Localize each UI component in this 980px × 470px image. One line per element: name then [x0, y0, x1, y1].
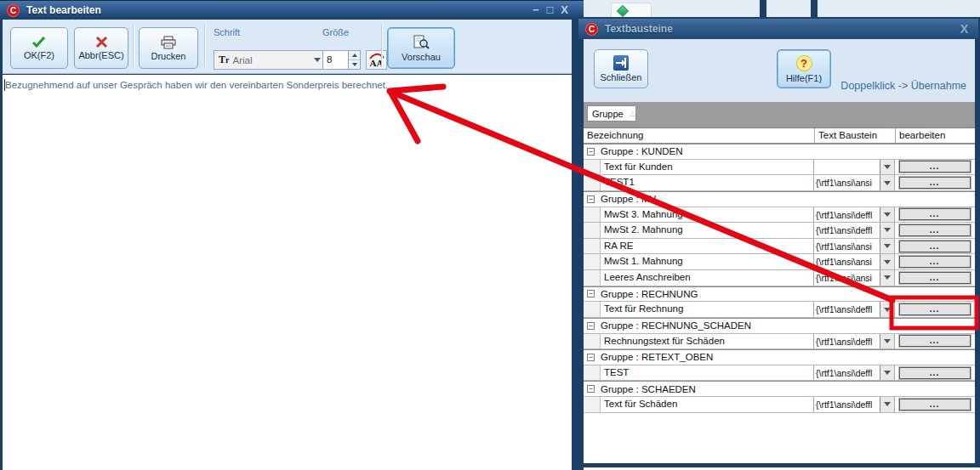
dropdown-button[interactable]: [880, 365, 894, 381]
table-row[interactable]: TEST1{\rtf1\ansi\ansi...: [584, 175, 975, 191]
titlebar[interactable]: C Text bearbeiten − □ X: [0, 0, 584, 20]
rtf-value: {\rtf1\ansi\deffl: [814, 207, 880, 223]
dropdown-button[interactable]: [880, 397, 894, 412]
text-editor[interactable]: Bezugnehmend auf unser Gespräch haben wi…: [3, 75, 572, 470]
table-row-group[interactable]: −Gruppe : KUNDEN: [584, 144, 975, 160]
chevron-down-icon: [884, 165, 891, 169]
table-row[interactable]: Text für Schäden{\rtf1\ansi\deffl...: [584, 397, 975, 413]
font-label: Schrift: [214, 27, 240, 37]
rtf-value: {\rtf1\ansi\ansi: [814, 239, 880, 254]
edit-cell: ...: [895, 160, 974, 175]
table-row[interactable]: RA RE{\rtf1\ansi\ansi...: [584, 239, 975, 255]
spin-down-button[interactable]: [349, 60, 360, 69]
background-divider: [811, 0, 818, 19]
titlebar[interactable]: C Textbausteine X: [578, 19, 978, 39]
rtf-dropdown[interactable]: {\rtf1\ansi\deffl: [814, 207, 895, 223]
rtf-value: {\rtf1\ansi\deffl: [814, 223, 880, 238]
collapse-icon[interactable]: −: [587, 354, 595, 361]
dropdown-button[interactable]: [880, 239, 894, 254]
maximize-button[interactable]: □: [546, 3, 553, 17]
rtf-dropdown[interactable]: {\rtf1\ansi\deffl: [814, 223, 895, 238]
rtf-dropdown[interactable]: {\rtf1\ansi\ansi: [814, 239, 895, 254]
collapse-icon[interactable]: −: [587, 195, 595, 203]
edit-ellipsis-button[interactable]: ...: [899, 335, 971, 347]
dropdown-button[interactable]: [880, 254, 894, 269]
font-value: Arial: [232, 55, 314, 65]
dropdown-button[interactable]: [880, 160, 894, 175]
table-row-group[interactable]: −Gruppe : SCHAEDEN: [584, 381, 975, 397]
group-label: Gruppe : KUNDEN: [601, 146, 683, 156]
col-header-bearbeiten[interactable]: bearbeiten: [896, 128, 975, 143]
preview-button[interactable]: Vorschau: [387, 27, 455, 69]
table-row[interactable]: Rechnungstext für Schäden{\rtf1\ansi\def…: [584, 334, 975, 350]
edit-ellipsis-button[interactable]: ...: [899, 303, 971, 315]
table-row-group[interactable]: −Gruppe : RETEXT_OBEN: [584, 349, 975, 365]
close-panel-button[interactable]: Schließen: [594, 49, 648, 88]
group-column-chip[interactable]: Gruppe △: [587, 105, 636, 122]
rtf-dropdown[interactable]: {\rtf1\ansi\deffl: [814, 397, 895, 412]
table-row[interactable]: Text für Kunden...: [584, 160, 975, 176]
edit-ellipsis-button[interactable]: ...: [899, 177, 971, 189]
rtf-dropdown[interactable]: {\rtf1\ansi\ansi: [814, 175, 895, 190]
chevron-down-icon: [884, 371, 891, 375]
edit-ellipsis-button[interactable]: ...: [899, 272, 971, 284]
table-row[interactable]: MwSt 2. Mahnung{\rtf1\ansi\deffl...: [584, 223, 975, 239]
edit-ellipsis-button[interactable]: ...: [899, 208, 971, 220]
edit-ellipsis-button[interactable]: ...: [899, 161, 971, 173]
edit-cell: ...: [895, 207, 974, 223]
rtf-dropdown[interactable]: {\rtf1\ansi\ansi: [814, 270, 895, 286]
dropdown-button[interactable]: [880, 302, 894, 317]
table-row-group[interactable]: −Gruppe : RECHNUNG: [584, 286, 975, 303]
edit-ellipsis-button[interactable]: ...: [899, 399, 971, 411]
close-button[interactable]: X: [561, 3, 568, 17]
dropdown-button[interactable]: [880, 175, 894, 190]
row-indent: [584, 270, 601, 286]
minimize-button[interactable]: −: [533, 3, 539, 17]
preview-magnifier-icon: [413, 35, 430, 50]
col-header-bezeichnung[interactable]: Bezeichnung: [584, 128, 815, 143]
rtf-dropdown[interactable]: {\rtf1\ansi\deffl: [814, 365, 895, 381]
print-button[interactable]: Drucken: [139, 27, 198, 69]
edit-ellipsis-button[interactable]: ...: [899, 224, 971, 236]
edit-ellipsis-button[interactable]: ...: [899, 241, 971, 252]
size-stepper[interactable]: 8: [322, 50, 361, 70]
spin-up-button[interactable]: [349, 51, 360, 60]
collapse-icon[interactable]: −: [587, 290, 595, 297]
table-row[interactable]: Leeres Anschreiben{\rtf1\ansi\ansi...: [584, 270, 975, 286]
help-question-icon: ?: [796, 55, 812, 71]
dropdown-button[interactable]: [880, 334, 894, 349]
edit-ellipsis-button[interactable]: ...: [899, 367, 971, 379]
size-label: Größe: [322, 27, 349, 37]
dropdown-button[interactable]: [880, 223, 894, 238]
rtf-value: {\rtf1\ansi\ansi: [814, 175, 880, 190]
rtf-dropdown[interactable]: {\rtf1\ansi\ansi: [814, 254, 895, 269]
table-row[interactable]: TEST{\rtf1\ansi\deffl...: [584, 365, 975, 382]
table-row[interactable]: Text für Rechnung{\rtf1\ansi\deffl...: [584, 302, 975, 318]
table-row[interactable]: MwSt 1. Mahnung{\rtf1\ansi\ansi...: [584, 254, 975, 270]
cancel-button[interactable]: Abbr(ESC): [74, 27, 128, 69]
table-row[interactable]: MwSt 3. Mahnung{\rtf1\ansi\deffl...: [584, 207, 975, 224]
x-icon: [95, 36, 108, 48]
table-header: Bezeichnung Text Baustein bearbeiten: [584, 128, 975, 144]
close-button[interactable]: X: [960, 22, 968, 36]
col-header-textbaustein[interactable]: Text Baustein: [815, 128, 896, 143]
rtf-value: {\rtf1\ansi\deffl: [814, 365, 880, 381]
textbausteine-table-body: −Gruppe : KUNDENText für Kunden...TEST1{…: [584, 144, 975, 413]
dropdown-button[interactable]: [880, 270, 894, 286]
rtf-dropdown[interactable]: {\rtf1\ansi\deffl: [814, 302, 895, 317]
row-indent: [584, 160, 601, 175]
rtf-dropdown[interactable]: [814, 160, 895, 175]
rtf-dropdown[interactable]: {\rtf1\ansi\deffl: [814, 334, 895, 349]
font-scale-button[interactable]: AA: [366, 50, 387, 70]
collapse-icon[interactable]: −: [587, 322, 595, 330]
table-row-group[interactable]: −Gruppe : MV: [584, 191, 975, 207]
help-button[interactable]: ? Hilfe(F1): [777, 49, 831, 88]
table-row-group[interactable]: −Gruppe : RECHNUNG_SCHADEN: [584, 318, 975, 334]
edit-ellipsis-button[interactable]: ...: [899, 256, 971, 268]
chevron-down-icon: [314, 58, 321, 62]
collapse-icon[interactable]: −: [587, 148, 595, 156]
collapse-icon[interactable]: −: [587, 385, 595, 393]
font-select[interactable]: Tr Arial: [214, 50, 327, 70]
dropdown-button[interactable]: [880, 207, 894, 223]
ok-button[interactable]: OK(F2): [10, 27, 68, 69]
